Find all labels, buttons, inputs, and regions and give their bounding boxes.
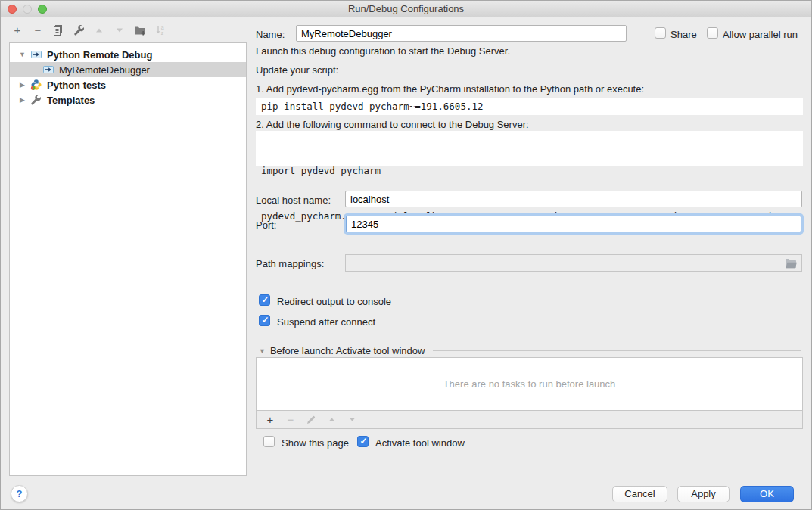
port-label: Port: <box>256 219 276 231</box>
titlebar: Run/Debug Configurations <box>1 1 811 17</box>
edit-templates-icon[interactable] <box>73 24 85 36</box>
before-launch-title: Before launch: Activate tool window <box>270 345 425 356</box>
suspend-after-connect-checkbox[interactable] <box>259 315 270 326</box>
name-input[interactable] <box>296 25 627 42</box>
python-tests-icon <box>30 79 42 91</box>
svg-text:z: z <box>161 30 164 36</box>
tree-item-label: MyRemoteDebugger <box>59 64 150 76</box>
remove-task-icon[interactable]: − <box>285 415 296 425</box>
tree-item-label: Templates <box>47 95 95 106</box>
configurations-tree: ▼ Python Remote Debug MyRemoteDebugger <box>9 42 247 476</box>
local-host-input[interactable] <box>345 191 802 207</box>
configurations-toolbar: + − <box>11 17 247 42</box>
remote-debug-config-icon <box>42 64 54 76</box>
move-task-up-icon[interactable] <box>326 415 337 425</box>
remote-debug-config-icon <box>30 48 42 61</box>
intro-text: Launch this debug configuration to start… <box>256 45 803 57</box>
tree-item-python-tests[interactable]: ▶ Python tests <box>10 77 246 92</box>
share-label: Share <box>670 29 697 40</box>
browse-folder-icon[interactable] <box>785 258 798 271</box>
tree-item-label: Python tests <box>47 79 106 91</box>
traffic-lights <box>8 5 47 14</box>
step1-text: 1. Add pydevd-pycharm.egg from the PyCha… <box>256 83 803 95</box>
apply-button[interactable]: Apply <box>677 486 730 502</box>
cancel-button[interactable]: Cancel <box>612 486 667 502</box>
tree-item-templates[interactable]: ▶ Templates <box>10 92 246 107</box>
new-folder-icon[interactable] <box>134 24 146 36</box>
before-launch-header[interactable]: ▼ Before launch: Activate tool window <box>259 345 801 356</box>
path-mappings-label: Path mappings: <box>256 258 324 269</box>
remove-configuration-icon[interactable]: − <box>32 24 44 36</box>
activate-tool-window-checkbox[interactable] <box>357 436 369 447</box>
pip-command-code: pip install pydevd-pycharm~=191.6605.12 <box>256 98 803 115</box>
tree-item-label: Python Remote Debug <box>47 49 152 61</box>
minimize-button[interactable] <box>23 5 32 14</box>
share-checkbox[interactable] <box>655 27 666 39</box>
copy-configuration-icon[interactable] <box>52 24 64 36</box>
move-up-icon[interactable] <box>93 24 105 36</box>
code-line-import: import pydevd_pycharm <box>261 163 798 179</box>
allow-parallel-run-label: Allow parallel run <box>723 29 798 40</box>
move-task-down-icon[interactable] <box>347 415 357 425</box>
chevron-right-icon[interactable]: ▶ <box>18 96 26 104</box>
activate-tool-window-label: Activate tool window <box>375 437 465 449</box>
chevron-down-icon[interactable]: ▼ <box>259 347 266 355</box>
allow-parallel-run-checkbox[interactable] <box>707 27 718 39</box>
port-input[interactable] <box>346 216 801 232</box>
header-divider <box>433 350 801 351</box>
sort-alphabetically-icon[interactable]: a z <box>154 24 166 36</box>
add-task-icon[interactable]: + <box>265 415 275 425</box>
chevron-down-icon[interactable]: ▼ <box>18 51 26 58</box>
tree-item-myremotedebugger[interactable]: MyRemoteDebugger <box>10 62 246 77</box>
redirect-output-checkbox[interactable] <box>259 294 270 306</box>
wrench-icon <box>30 94 42 106</box>
before-launch-tasks-panel: There are no tasks to run before launch … <box>256 357 803 429</box>
tasks-empty-message: There are no tasks to run before launch <box>257 358 802 411</box>
window-title: Run/Debug Configurations <box>1 1 811 17</box>
name-label: Name: <box>256 29 285 40</box>
run-debug-configurations-dialog: Run/Debug Configurations + − <box>0 0 812 510</box>
settrace-code-block: import pydevd_pycharm pydevd_pycharm.set… <box>256 131 803 166</box>
show-this-page-checkbox[interactable] <box>263 436 275 447</box>
ok-button[interactable]: OK <box>740 486 794 502</box>
redirect-output-label: Redirect output to console <box>277 296 391 307</box>
suspend-after-connect-label: Suspend after connect <box>277 316 375 328</box>
chevron-right-icon[interactable]: ▶ <box>18 81 26 89</box>
step2-text: 2. Add the following command to connect … <box>256 119 803 130</box>
path-mappings-field[interactable] <box>345 254 802 272</box>
show-this-page-label: Show this page <box>282 437 349 449</box>
tasks-toolbar: + − <box>257 411 802 428</box>
move-down-icon[interactable] <box>114 24 126 36</box>
zoom-button[interactable] <box>38 5 47 14</box>
close-button[interactable] <box>8 5 17 14</box>
add-configuration-icon[interactable]: + <box>11 24 23 36</box>
edit-task-icon[interactable] <box>306 415 316 425</box>
help-button[interactable]: ? <box>11 485 28 502</box>
update-text: Update your script: <box>256 64 803 76</box>
tree-item-python-remote-debug[interactable]: ▼ Python Remote Debug <box>10 47 246 62</box>
local-host-label: Local host name: <box>256 194 331 206</box>
